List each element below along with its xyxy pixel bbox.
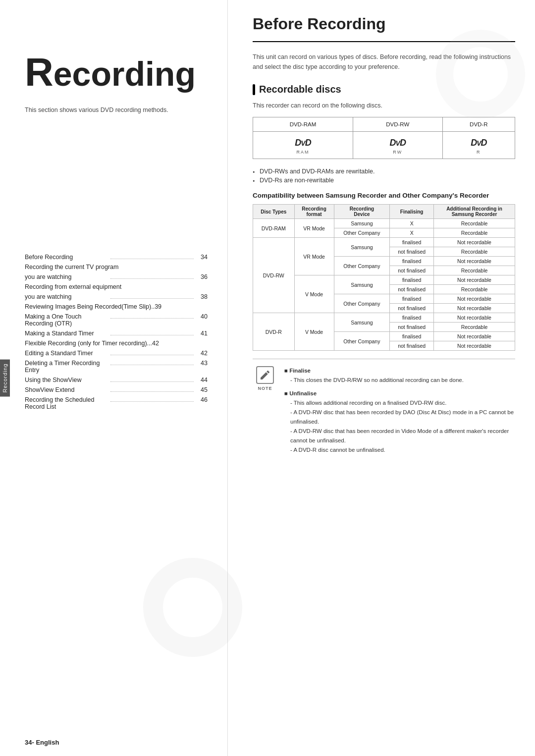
compat-finalising: not finalised [390, 266, 434, 275]
note-paragraph: ■ Finalise - This closes the DVD-R/RW so… [284, 366, 515, 385]
toc-label: Using the ShowView [25, 377, 108, 383]
toc-item: Deleting a Timer Recording Entry 43 [25, 360, 208, 374]
dvd-r-header: DVD-R [442, 117, 515, 132]
compat-th-finalising: Finalising [390, 205, 434, 219]
compat-additional: Not recordable [434, 275, 515, 285]
compat-disc: DVD-RAM [253, 219, 295, 238]
compat-finalising: finalised [390, 332, 434, 341]
toc-label: Editing a Standard Timer [25, 350, 108, 357]
compat-table: Disc Types Recordingformat RecordingDevi… [253, 204, 515, 351]
compat-device: Other Company [334, 257, 390, 275]
toc-dots [110, 365, 194, 365]
compat-finalising: X [390, 228, 434, 238]
dvd-ram-header: DVD-RAM [253, 117, 353, 132]
compat-th-format: Recordingformat [294, 205, 334, 219]
compat-finalising: finalised [390, 238, 434, 247]
toc-page: 36 [196, 273, 208, 280]
compat-additional: Recordable [434, 266, 515, 275]
compat-finalising: not finalised [390, 341, 434, 351]
toc-page: 34 [196, 254, 208, 261]
right-column: Before Recording This unit can record on… [228, 0, 535, 756]
compat-additional: Recordable [434, 285, 515, 294]
dvd-r-logo: DVD R [442, 132, 515, 159]
compat-additional: Recordable [434, 219, 515, 228]
compat-finalising: finalised [390, 275, 434, 285]
compat-additional: Not recordable [434, 341, 515, 351]
compat-format: VR Mode [294, 219, 334, 238]
note-sub: - This closes the DVD-R/RW so no additio… [290, 376, 515, 385]
toc-dots [110, 381, 194, 382]
toc-item: Making a One Touch Recording (OTR) 40 [25, 313, 208, 327]
compat-heading: Compatibility between Samsung Recorder a… [253, 192, 515, 199]
toc-label: Making a Standard Timer [25, 330, 108, 337]
toc-label: Recording from external equipment [25, 283, 208, 290]
toc-label: Recording the current TV program [25, 264, 208, 270]
table-of-contents: Before Recording 34 Recording the curren… [25, 254, 208, 410]
pencil-icon [259, 369, 271, 381]
toc-item: Using the ShowView 44 [25, 377, 208, 383]
section-description: This section shows various DVD recording… [25, 105, 208, 115]
toc-page: 44 [196, 377, 208, 383]
compat-th-disc: Disc Types [253, 205, 295, 219]
toc-page: 46 [196, 396, 208, 403]
compat-additional: Not recordable [434, 294, 515, 304]
compat-additional: Not recordable [434, 257, 515, 266]
toc-item: Recording from external equipment [25, 283, 208, 290]
toc-dots [110, 318, 194, 319]
note-section: NOTE ■ Finalise - This closes the DVD-R/… [253, 359, 515, 459]
chapter-title: Recording [25, 50, 208, 95]
toc-page: 41 [196, 330, 208, 337]
toc-page: 42 [196, 350, 208, 357]
compat-device: Other Company [334, 228, 390, 238]
toc-dots [110, 355, 194, 355]
compat-additional: Recordable [434, 247, 515, 257]
left-column: Recording This section shows various DVD… [0, 0, 228, 756]
toc-label: Before Recording [25, 254, 108, 261]
disc-bullet-list: DVD-RWs and DVD-RAMs are rewritable. DVD… [253, 168, 515, 184]
title-rest: ecording [54, 55, 196, 93]
toc-item: Flexible Recording (only for Timer recor… [25, 340, 208, 347]
note-icon-col: NOTE [253, 366, 277, 459]
toc-label: Making a One Touch Recording (OTR) [25, 313, 108, 327]
toc-label: Recording the Scheduled Record List [25, 396, 108, 410]
toc-label: you are watching [25, 293, 108, 300]
bullet-item: DVD-Rs are non-rewritable [253, 177, 515, 184]
toc-item: Recording the Scheduled Record List 46 [25, 396, 208, 410]
note-label: NOTE [258, 386, 272, 391]
toc-item: Recording the current TV program [25, 264, 208, 270]
compat-device: Other Company [334, 294, 390, 313]
watermark-circle-right [436, 30, 525, 119]
note-icon [256, 366, 274, 384]
toc-page: 38 [196, 293, 208, 300]
note-content: ■ Finalise - This closes the DVD-R/RW so… [284, 366, 515, 459]
note-bullet-finalise: ■ Finalise [284, 366, 515, 376]
compat-disc: DVD-R [253, 313, 295, 351]
toc-item: Reviewing Images Being Recorded(Time Sli… [25, 303, 208, 310]
toc-page: 45 [196, 386, 208, 393]
page-footer: 34- English [25, 739, 59, 746]
dvd-rw-header: DVD-RW [353, 117, 442, 132]
compat-device: Samsung [334, 275, 390, 294]
toc-dots [110, 298, 194, 299]
compat-disc: DVD-RW [253, 238, 295, 313]
compat-finalising: finalised [390, 313, 434, 323]
toc-label: Flexible Recording (only for Timer recor… [25, 340, 208, 347]
compat-device: Samsung [334, 219, 390, 228]
table-row: DVD-RAM VR Mode Samsung X Recordable [253, 219, 515, 228]
compat-finalising: not finalised [390, 247, 434, 257]
table-row: DVD-RW VR Mode Samsung finalised Not rec… [253, 238, 515, 247]
compat-additional: Recordable [434, 228, 515, 238]
compat-finalising: finalised [390, 257, 434, 266]
note-sub: - A DVD-R disc cannot be unfinalised. [290, 445, 515, 455]
compat-device: Samsung [334, 313, 390, 332]
toc-dots [110, 259, 194, 259]
dvd-types-table: DVD-RAM DVD-RW DVD-R DVD RAM DVD RW [253, 117, 515, 159]
toc-label: Deleting a Timer Recording Entry [25, 360, 108, 374]
title-r: R [25, 50, 54, 94]
toc-item: Making a Standard Timer 41 [25, 330, 208, 337]
compat-th-device: RecordingDevice [334, 205, 390, 219]
toc-item: Editing a Standard Timer 42 [25, 350, 208, 357]
compat-device: Samsung [334, 238, 390, 257]
toc-page: 40 [196, 313, 208, 320]
compat-th-additional: Additional Recording inSamsung Recorder [434, 205, 515, 219]
